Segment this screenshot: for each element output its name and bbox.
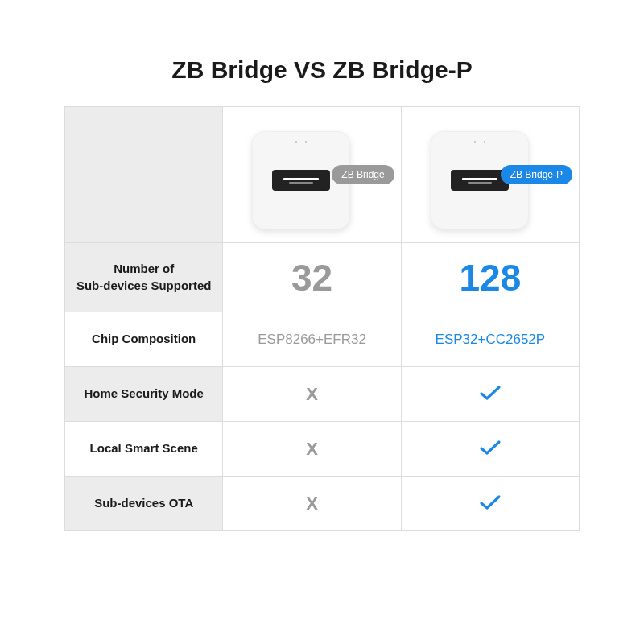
row-label-text: Number ofSub-devices Supported: [76, 261, 212, 294]
row-label-text: Sub-devices OTA: [94, 495, 193, 511]
table-header-row: ZB Bridge ZB Bridge-P: [65, 107, 579, 242]
cell-a: ESP8266+EFR32: [222, 312, 400, 366]
x-icon: X: [306, 384, 318, 405]
cell-a: X: [222, 367, 400, 421]
row-label: Sub-devices OTA: [65, 477, 222, 530]
badge-zb-bridge: ZB Bridge: [332, 165, 394, 184]
row-label-text: Home Security Mode: [85, 386, 204, 402]
cell-b: [401, 422, 579, 476]
cell-a: 32: [222, 243, 400, 312]
row-label: Chip Composition: [65, 312, 222, 366]
cell-a: X: [222, 422, 400, 476]
page-title: ZB Bridge VS ZB Bridge-P: [171, 56, 472, 84]
cell-b: [401, 367, 579, 421]
value-b: 128: [459, 256, 521, 299]
table-row: Local Smart Scene X: [65, 421, 579, 476]
x-icon: X: [306, 439, 318, 460]
badge-zb-bridge-p: ZB Bridge-P: [501, 165, 572, 184]
table-row: Chip Composition ESP8266+EFR32 ESP32+CC2…: [65, 312, 579, 366]
comparison-table: ZB Bridge ZB Bridge-P Number ofSub-devic…: [64, 106, 580, 531]
value-a: ESP8266+EFR32: [258, 332, 366, 348]
x-icon: X: [306, 493, 318, 514]
table-row: Sub-devices OTA X: [65, 476, 579, 530]
cell-b: ESP32+CC2652P: [401, 312, 579, 366]
cell-a: X: [222, 477, 400, 530]
cell-b: [401, 477, 579, 530]
row-label: Number ofSub-devices Supported: [65, 243, 222, 312]
value-a: 32: [291, 256, 332, 299]
value-b: ESP32+CC2652P: [436, 332, 546, 348]
row-label-text: Local Smart Scene: [90, 440, 198, 456]
row-label-text: Chip Composition: [92, 331, 196, 347]
header-col-b: ZB Bridge-P: [401, 107, 579, 242]
header-spacer: [65, 107, 222, 242]
check-icon: [479, 493, 502, 514]
table-row: Number ofSub-devices Supported 32 128: [65, 242, 579, 312]
row-label: Local Smart Scene: [65, 422, 222, 476]
table-row: Home Security Mode X: [65, 366, 579, 421]
header-col-a: ZB Bridge: [222, 107, 400, 242]
cell-b: 128: [401, 243, 579, 312]
check-icon: [479, 439, 502, 460]
check-icon: [479, 384, 502, 405]
row-label: Home Security Mode: [65, 367, 222, 421]
